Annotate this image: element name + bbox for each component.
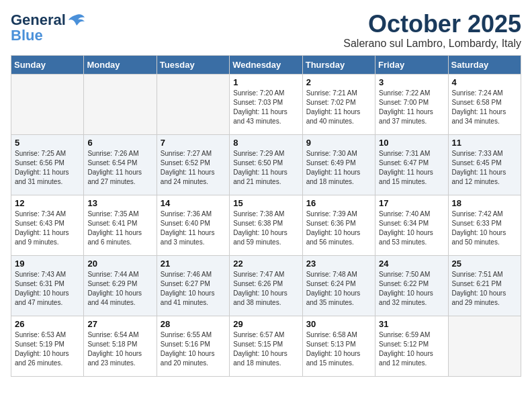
day-number: 7 (161, 138, 226, 148)
calendar-cell: 19Sunrise: 7:43 AMSunset: 6:31 PMDayligh… (11, 255, 84, 316)
calendar-cell: 27Sunrise: 6:54 AMSunset: 5:18 PMDayligh… (84, 316, 157, 376)
calendar-week-row: 26Sunrise: 6:53 AMSunset: 5:19 PMDayligh… (11, 316, 521, 376)
calendar-cell: 8Sunrise: 7:29 AMSunset: 6:50 PMDaylight… (230, 134, 302, 195)
calendar-cell (448, 316, 521, 376)
day-info: Sunrise: 7:51 AMSunset: 6:21 PMDaylight:… (452, 270, 517, 308)
day-info: Sunrise: 7:42 AMSunset: 6:33 PMDaylight:… (452, 210, 517, 247)
day-number: 3 (379, 77, 444, 87)
day-info: Sunrise: 7:33 AMSunset: 6:45 PMDaylight:… (452, 149, 517, 187)
calendar-cell (84, 74, 157, 134)
day-number: 25 (452, 259, 517, 269)
day-number: 16 (306, 198, 371, 208)
day-number: 10 (379, 138, 444, 148)
day-info: Sunrise: 7:39 AMSunset: 6:36 PMDaylight:… (306, 210, 371, 247)
col-header-saturday: Saturday (448, 55, 521, 74)
calendar-cell: 22Sunrise: 7:47 AMSunset: 6:26 PMDayligh… (230, 255, 302, 316)
day-info: Sunrise: 7:30 AMSunset: 6:49 PMDaylight:… (306, 149, 371, 187)
calendar-cell: 7Sunrise: 7:27 AMSunset: 6:52 PMDaylight… (157, 134, 229, 195)
calendar-cell: 10Sunrise: 7:31 AMSunset: 6:47 PMDayligh… (375, 134, 448, 195)
day-info: Sunrise: 7:29 AMSunset: 6:50 PMDaylight:… (233, 149, 298, 187)
location-subtitle: Salerano sul Lambro, Lombardy, Italy (343, 38, 521, 50)
page-header: General Blue October 2025 Salerano sul L… (11, 11, 521, 50)
day-number: 21 (161, 259, 226, 269)
col-header-friday: Friday (375, 55, 448, 74)
logo-bird-icon (67, 11, 86, 30)
col-header-tuesday: Tuesday (157, 55, 229, 74)
calendar-week-row: 12Sunrise: 7:34 AMSunset: 6:43 PMDayligh… (11, 195, 521, 255)
calendar-header-row: SundayMondayTuesdayWednesdayThursdayFrid… (11, 55, 521, 74)
calendar-cell: 16Sunrise: 7:39 AMSunset: 6:36 PMDayligh… (302, 195, 375, 255)
calendar-cell (11, 74, 84, 134)
calendar-cell: 11Sunrise: 7:33 AMSunset: 6:45 PMDayligh… (448, 134, 521, 195)
day-number: 24 (379, 259, 444, 269)
day-number: 28 (161, 319, 226, 329)
day-number: 15 (233, 198, 298, 208)
day-number: 2 (306, 77, 371, 87)
logo: General Blue (11, 11, 86, 44)
title-section: October 2025 Salerano sul Lambro, Lombar… (343, 11, 521, 50)
day-info: Sunrise: 6:55 AMSunset: 5:16 PMDaylight:… (161, 330, 226, 368)
calendar-week-row: 19Sunrise: 7:43 AMSunset: 6:31 PMDayligh… (11, 255, 521, 316)
calendar-cell: 21Sunrise: 7:46 AMSunset: 6:27 PMDayligh… (157, 255, 229, 316)
day-info: Sunrise: 7:20 AMSunset: 7:03 PMDaylight:… (233, 89, 298, 126)
day-number: 30 (306, 319, 371, 329)
col-header-wednesday: Wednesday (230, 55, 302, 74)
calendar-cell: 9Sunrise: 7:30 AMSunset: 6:49 PMDaylight… (302, 134, 375, 195)
calendar-cell: 14Sunrise: 7:36 AMSunset: 6:40 PMDayligh… (157, 195, 229, 255)
calendar-cell: 18Sunrise: 7:42 AMSunset: 6:33 PMDayligh… (448, 195, 521, 255)
day-number: 9 (306, 138, 371, 148)
day-number: 12 (15, 198, 80, 208)
day-info: Sunrise: 7:48 AMSunset: 6:24 PMDaylight:… (306, 270, 371, 308)
day-info: Sunrise: 7:26 AMSunset: 6:54 PMDaylight:… (87, 149, 152, 187)
col-header-thursday: Thursday (302, 55, 375, 74)
calendar-table: SundayMondayTuesdayWednesdayThursdayFrid… (11, 55, 521, 377)
day-number: 11 (452, 138, 517, 148)
day-info: Sunrise: 7:50 AMSunset: 6:22 PMDaylight:… (379, 270, 444, 308)
calendar-cell: 1Sunrise: 7:20 AMSunset: 7:03 PMDaylight… (230, 74, 302, 134)
day-info: Sunrise: 7:36 AMSunset: 6:40 PMDaylight:… (161, 210, 226, 247)
day-info: Sunrise: 6:58 AMSunset: 5:13 PMDaylight:… (306, 330, 371, 368)
calendar-cell: 28Sunrise: 6:55 AMSunset: 5:16 PMDayligh… (157, 316, 229, 376)
calendar-cell: 29Sunrise: 6:57 AMSunset: 5:15 PMDayligh… (230, 316, 302, 376)
month-title: October 2025 (343, 11, 521, 38)
day-number: 5 (15, 138, 80, 148)
col-header-sunday: Sunday (11, 55, 84, 74)
calendar-week-row: 1Sunrise: 7:20 AMSunset: 7:03 PMDaylight… (11, 74, 521, 134)
col-header-monday: Monday (84, 55, 157, 74)
calendar-cell: 6Sunrise: 7:26 AMSunset: 6:54 PMDaylight… (84, 134, 157, 195)
day-info: Sunrise: 6:57 AMSunset: 5:15 PMDaylight:… (233, 330, 298, 368)
calendar-cell: 23Sunrise: 7:48 AMSunset: 6:24 PMDayligh… (302, 255, 375, 316)
calendar-cell: 12Sunrise: 7:34 AMSunset: 6:43 PMDayligh… (11, 195, 84, 255)
day-info: Sunrise: 7:47 AMSunset: 6:26 PMDaylight:… (233, 270, 298, 308)
calendar-cell: 31Sunrise: 6:59 AMSunset: 5:12 PMDayligh… (375, 316, 448, 376)
day-info: Sunrise: 7:46 AMSunset: 6:27 PMDaylight:… (161, 270, 226, 308)
day-number: 27 (87, 319, 152, 329)
calendar-week-row: 5Sunrise: 7:25 AMSunset: 6:56 PMDaylight… (11, 134, 521, 195)
day-info: Sunrise: 7:27 AMSunset: 6:52 PMDaylight:… (161, 149, 226, 187)
day-number: 20 (87, 259, 152, 269)
day-info: Sunrise: 7:22 AMSunset: 7:00 PMDaylight:… (379, 89, 444, 126)
day-info: Sunrise: 7:25 AMSunset: 6:56 PMDaylight:… (15, 149, 80, 187)
calendar-cell: 3Sunrise: 7:22 AMSunset: 7:00 PMDaylight… (375, 74, 448, 134)
day-number: 1 (233, 77, 298, 87)
day-info: Sunrise: 6:59 AMSunset: 5:12 PMDaylight:… (379, 330, 444, 368)
calendar-cell: 13Sunrise: 7:35 AMSunset: 6:41 PMDayligh… (84, 195, 157, 255)
day-info: Sunrise: 7:38 AMSunset: 6:38 PMDaylight:… (233, 210, 298, 247)
calendar-cell: 4Sunrise: 7:24 AMSunset: 6:58 PMDaylight… (448, 74, 521, 134)
day-info: Sunrise: 6:53 AMSunset: 5:19 PMDaylight:… (15, 330, 80, 368)
calendar-cell: 20Sunrise: 7:44 AMSunset: 6:29 PMDayligh… (84, 255, 157, 316)
day-number: 6 (87, 138, 152, 148)
day-number: 26 (15, 319, 80, 329)
calendar-cell: 30Sunrise: 6:58 AMSunset: 5:13 PMDayligh… (302, 316, 375, 376)
calendar-cell: 24Sunrise: 7:50 AMSunset: 6:22 PMDayligh… (375, 255, 448, 316)
day-info: Sunrise: 6:54 AMSunset: 5:18 PMDaylight:… (87, 330, 152, 368)
day-number: 14 (161, 198, 226, 208)
day-number: 8 (233, 138, 298, 148)
calendar-cell: 2Sunrise: 7:21 AMSunset: 7:02 PMDaylight… (302, 74, 375, 134)
day-number: 31 (379, 319, 444, 329)
calendar-cell (157, 74, 229, 134)
day-info: Sunrise: 7:43 AMSunset: 6:31 PMDaylight:… (15, 270, 80, 308)
day-info: Sunrise: 7:31 AMSunset: 6:47 PMDaylight:… (379, 149, 444, 187)
day-number: 23 (306, 259, 371, 269)
day-info: Sunrise: 7:24 AMSunset: 6:58 PMDaylight:… (452, 89, 517, 126)
